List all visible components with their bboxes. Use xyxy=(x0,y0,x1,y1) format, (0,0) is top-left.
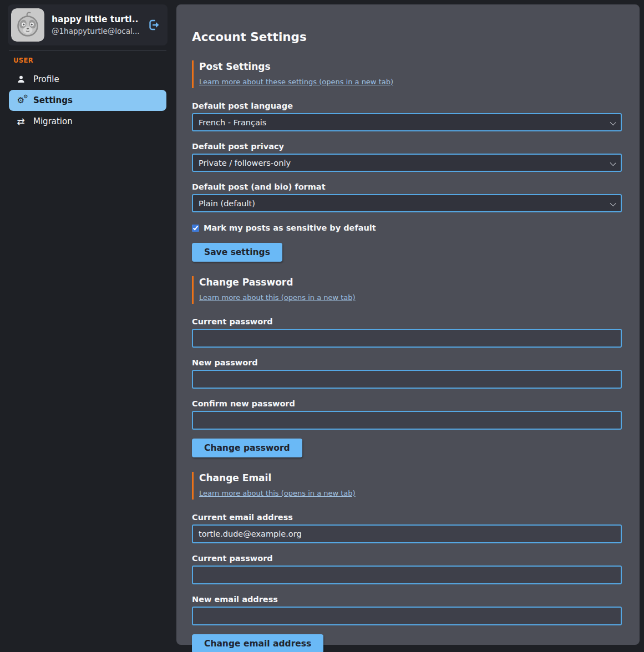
user-display-name: happy little turtl... xyxy=(52,14,139,24)
default-post-privacy-select[interactable]: Private / followers-only xyxy=(192,154,622,172)
sidebar-item-label: Migration xyxy=(33,116,73,126)
sidebar-item-label: Settings xyxy=(33,95,73,105)
chevron-down-icon xyxy=(610,160,616,166)
current-password-input[interactable] xyxy=(192,329,622,348)
sloth-avatar-image xyxy=(11,8,44,42)
email-current-password-input[interactable] xyxy=(192,566,622,584)
sensitive-default-checkbox[interactable] xyxy=(192,225,199,232)
new-email-input[interactable] xyxy=(192,607,622,625)
page: happy little turtl... @1happyturtle@loca… xyxy=(0,0,644,652)
avatar xyxy=(11,8,44,42)
sidebar-divider xyxy=(9,50,166,51)
change-email-section: Change Email Learn more about this (open… xyxy=(192,472,622,652)
chevron-down-icon xyxy=(610,120,616,126)
change-password-heading: Change Password xyxy=(199,277,622,288)
current-email-input[interactable] xyxy=(192,524,622,543)
user-card[interactable]: happy little turtl... @1happyturtle@loca… xyxy=(8,4,168,45)
new-email-label: New email address xyxy=(192,595,622,604)
save-settings-button[interactable]: Save settings xyxy=(192,243,282,262)
current-password-label: Current password xyxy=(192,317,622,326)
sidebar-nav: Profile ⚙ ⚙ Settings ⇄ Migration xyxy=(8,70,168,131)
gears-icon: ⚙ ⚙ xyxy=(16,96,26,105)
new-password-input[interactable] xyxy=(192,370,622,389)
selected-option: Plain (default) xyxy=(199,199,255,208)
new-email-group: New email address xyxy=(192,595,622,625)
sidebar-item-migration[interactable]: ⇄ Migration xyxy=(9,112,166,131)
change-email-button[interactable]: Change email address xyxy=(192,634,323,652)
confirm-new-password-group: Confirm new password xyxy=(192,399,622,430)
current-email-label: Current email address xyxy=(192,513,622,522)
default-post-privacy-group: Default post privacy Private / followers… xyxy=(192,142,622,172)
selected-option: Private / followers-only xyxy=(199,159,291,167)
sidebar-item-settings[interactable]: ⚙ ⚙ Settings xyxy=(9,90,166,111)
nav-section-label: USER xyxy=(13,57,168,64)
default-post-format-select[interactable]: Plain (default) xyxy=(192,194,622,212)
confirm-new-password-input[interactable] xyxy=(192,411,622,430)
sensitive-default-row: Mark my posts as sensitive by default xyxy=(192,223,622,232)
current-email-group: Current email address xyxy=(192,513,622,543)
chevron-down-icon xyxy=(610,201,616,207)
user-icon xyxy=(16,75,26,84)
default-post-privacy-label: Default post privacy xyxy=(192,142,622,151)
account-settings-panel: Account Settings Post Settings Learn mor… xyxy=(176,4,640,645)
default-post-format-group: Default post (and bio) format Plain (def… xyxy=(192,182,622,212)
sidebar-item-profile[interactable]: Profile xyxy=(9,70,166,89)
sidebar: happy little turtl... @1happyturtle@loca… xyxy=(0,0,176,652)
post-settings-header: Post Settings Learn more about these set… xyxy=(192,60,622,88)
change-password-section: Change Password Learn more about this (o… xyxy=(192,276,622,457)
confirm-new-password-label: Confirm new password xyxy=(192,399,622,408)
selected-option: French - Français xyxy=(199,118,266,127)
default-post-language-group: Default post language French - Français xyxy=(192,101,622,131)
email-current-password-group: Current password xyxy=(192,554,622,584)
post-settings-section: Post Settings Learn more about these set… xyxy=(192,60,622,262)
change-email-learn-more-link[interactable]: Learn more about this (opens in a new ta… xyxy=(199,489,356,497)
user-handle: @1happyturtle@local... xyxy=(52,27,139,35)
change-email-heading: Change Email xyxy=(199,472,622,483)
new-password-label: New password xyxy=(192,358,622,367)
change-password-button[interactable]: Change password xyxy=(192,439,302,457)
transfer-arrows-icon: ⇄ xyxy=(16,117,26,126)
user-meta: happy little turtl... @1happyturtle@loca… xyxy=(52,14,139,35)
new-password-group: New password xyxy=(192,358,622,389)
default-post-language-select[interactable]: French - Français xyxy=(192,113,622,131)
change-password-learn-more-link[interactable]: Learn more about this (opens in a new ta… xyxy=(199,293,356,302)
logout-button[interactable] xyxy=(146,18,161,32)
default-post-format-label: Default post (and bio) format xyxy=(192,182,622,191)
post-settings-learn-more-link[interactable]: Learn more about these settings (opens i… xyxy=(199,78,393,86)
change-email-header: Change Email Learn more about this (open… xyxy=(192,472,622,500)
default-post-language-label: Default post language xyxy=(192,101,622,110)
sensitive-default-label[interactable]: Mark my posts as sensitive by default xyxy=(204,223,376,232)
post-settings-heading: Post Settings xyxy=(199,61,622,72)
change-password-header: Change Password Learn more about this (o… xyxy=(192,276,622,304)
page-title: Account Settings xyxy=(192,30,622,44)
sidebar-item-label: Profile xyxy=(33,74,59,84)
current-password-group: Current password xyxy=(192,317,622,348)
sign-out-icon xyxy=(146,18,161,32)
email-current-password-label: Current password xyxy=(192,554,622,563)
